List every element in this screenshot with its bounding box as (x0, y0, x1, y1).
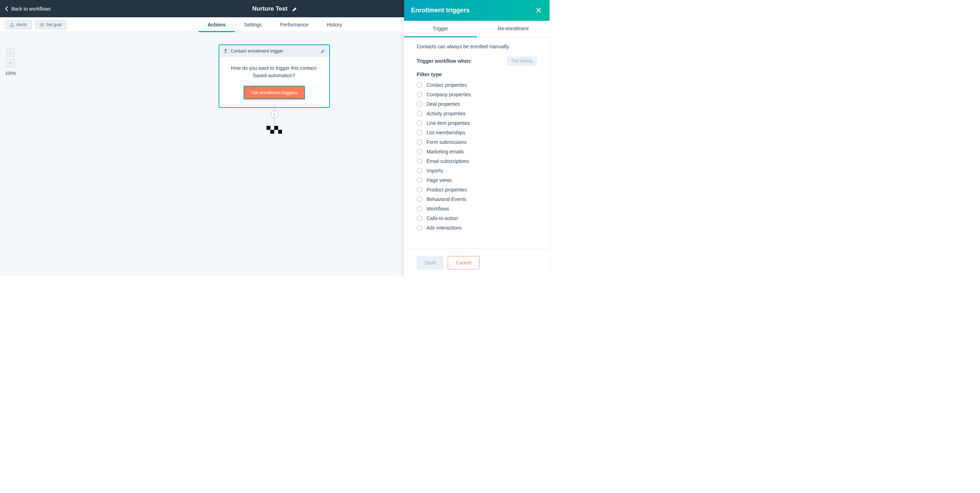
filter-option-label: Marketing emails (426, 149, 464, 155)
enrollment-triggers-panel: Enrollment triggers Trigger Re-enrollmen… (404, 0, 550, 276)
radio-icon (417, 206, 422, 212)
back-button[interactable]: Back to workflows (0, 6, 51, 12)
filter-option-label: Deal properties (426, 101, 460, 107)
filter-option-label: Line item properties (426, 120, 470, 126)
filter-option-label: List memberships (426, 130, 465, 136)
zoom-controls: + − 100% (6, 48, 15, 76)
svg-rect-3 (267, 126, 270, 130)
filter-option[interactable]: Imports (417, 168, 537, 174)
radio-icon (417, 168, 422, 174)
close-icon (536, 7, 542, 13)
radio-icon (417, 149, 422, 155)
tab-settings[interactable]: Settings (235, 17, 271, 32)
connector-line (274, 105, 275, 110)
chevron-left-icon (5, 6, 8, 11)
filter-option-label: Form submissions (426, 139, 467, 145)
set-goal-button[interactable]: Set goal (35, 20, 66, 29)
save-button[interactable]: Save (417, 256, 444, 270)
back-label: Back to workflows (11, 6, 51, 12)
filter-option[interactable]: Activity properties (417, 111, 537, 116)
radio-icon (417, 82, 422, 88)
radio-icon (417, 101, 422, 107)
panel-tab-reenrollment[interactable]: Re-enrollment (477, 21, 550, 37)
close-panel-button[interactable] (536, 7, 542, 14)
tab-history[interactable]: History (318, 17, 352, 32)
zoom-in-button[interactable]: + (6, 48, 15, 57)
zoom-out-button[interactable]: − (6, 59, 15, 67)
set-goal-label: Set goal (46, 22, 62, 27)
filter-type-list: Contact propertiesCompany propertiesDeal… (417, 82, 537, 231)
filter-option-label: Behavioral Events (426, 196, 466, 202)
filter-option[interactable]: Marketing emails (417, 149, 537, 155)
filter-option-label: Company properties (426, 92, 471, 97)
filter-option[interactable]: Behavioral Events (417, 196, 537, 202)
filter-option[interactable]: Form submissions (417, 139, 537, 145)
radio-icon (417, 158, 422, 164)
target-icon (40, 22, 44, 27)
filter-option[interactable]: Contact properties (417, 82, 537, 88)
filter-option-label: Activity properties (426, 111, 465, 116)
filter-option-label: Workflows (426, 206, 449, 212)
filter-option-label: Imports (426, 168, 443, 174)
radio-icon (417, 111, 422, 116)
alerts-label: Alerts (16, 22, 27, 27)
radio-icon (417, 139, 422, 145)
filter-option-label: Ads interactions (426, 225, 462, 231)
filter-option[interactable]: Email subscriptions (417, 158, 537, 164)
svg-rect-6 (278, 130, 282, 134)
radio-icon (417, 177, 422, 183)
radio-icon (417, 92, 422, 97)
trigger-when-label: Trigger workflow when: (417, 58, 472, 64)
filter-option[interactable]: List memberships (417, 130, 537, 136)
workflow-end-icon (267, 126, 282, 134)
radio-icon (417, 225, 422, 231)
test-criteria-button[interactable]: Test criteria (507, 56, 537, 65)
panel-title: Enrollment triggers (411, 7, 469, 14)
svg-point-1 (41, 24, 43, 26)
svg-rect-4 (274, 126, 278, 130)
filter-option[interactable]: Workflows (417, 206, 537, 212)
filter-option[interactable]: Product properties (417, 187, 537, 193)
svg-rect-5 (270, 130, 274, 134)
filter-type-heading: Filter type (417, 71, 537, 77)
filter-option[interactable]: Line item properties (417, 120, 537, 126)
radio-icon (417, 130, 422, 136)
tab-performance[interactable]: Performance (271, 17, 318, 32)
filter-option[interactable]: Calls-to-action (417, 215, 537, 221)
radio-icon (417, 215, 422, 221)
edit-trigger-icon[interactable] (321, 48, 325, 54)
panel-tab-trigger[interactable]: Trigger (404, 21, 477, 37)
page-title: Nurture Test (252, 5, 288, 12)
set-enrollment-triggers-button[interactable]: Set enrollment triggers (243, 86, 305, 99)
radio-icon (417, 196, 422, 202)
zoom-level: 100% (5, 71, 16, 76)
enrollment-trigger-card: Contact enrollment trigger How do you wa… (219, 45, 330, 108)
radio-icon (417, 120, 422, 126)
filter-option-label: Contact properties (426, 82, 467, 88)
trigger-card-title: Contact enrollment trigger (231, 48, 321, 54)
filter-option[interactable]: Deal properties (417, 101, 537, 107)
filter-option-label: Email subscriptions (426, 158, 469, 164)
tab-actions[interactable]: Actions (199, 17, 235, 32)
add-action-button[interactable]: + (271, 110, 278, 118)
filter-option[interactable]: Company properties (417, 92, 537, 97)
alerts-button[interactable]: Alerts (5, 20, 32, 29)
trigger-card-question: How do you want to trigger this contact-… (226, 65, 323, 79)
svg-point-0 (40, 23, 44, 26)
filter-option[interactable]: Page views (417, 177, 537, 183)
svg-point-2 (225, 49, 226, 51)
person-icon (223, 49, 228, 53)
connector-line (274, 118, 275, 126)
radio-icon (417, 187, 422, 193)
panel-info-text: Contacts can always be enrolled manually… (417, 44, 537, 49)
cancel-button[interactable]: Cancel (448, 256, 479, 270)
filter-option-label: Page views (426, 177, 452, 183)
filter-option-label: Product properties (426, 187, 467, 193)
filter-option-label: Calls-to-action (426, 215, 458, 221)
edit-title-icon[interactable] (292, 6, 297, 11)
filter-option[interactable]: Ads interactions (417, 225, 537, 231)
warning-icon (10, 22, 14, 27)
